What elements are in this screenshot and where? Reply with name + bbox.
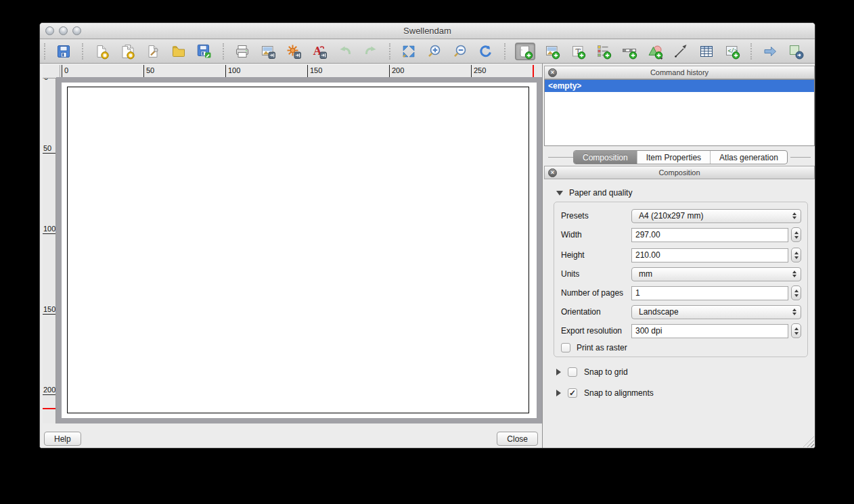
zoom-full-button[interactable]: [400, 43, 418, 60]
print-as-raster-checkbox[interactable]: [561, 343, 570, 352]
height-input[interactable]: [631, 248, 788, 262]
toolbar-separator: [82, 43, 83, 60]
add-legend-button[interactable]: [595, 43, 612, 60]
add-shape-icon: [647, 43, 663, 60]
duplicate-composition-button[interactable]: [118, 43, 136, 60]
command-history-list[interactable]: <empty>: [544, 79, 815, 146]
zoom-out-icon: [452, 43, 468, 60]
num-pages-input[interactable]: [631, 286, 788, 300]
tab-item-properties[interactable]: Item Properties: [637, 151, 710, 164]
undo-button[interactable]: [336, 43, 354, 60]
export-resolution-input[interactable]: [631, 324, 788, 338]
width-label: Width: [561, 230, 631, 239]
move-content-icon: [788, 43, 804, 60]
add-legend-icon: [595, 43, 612, 60]
tab-atlas-generation[interactable]: Atlas generation: [710, 151, 787, 164]
panel-tab-bar: Composition Item Properties Atlas genera…: [543, 150, 815, 164]
presets-select[interactable]: A4 (210x297 mm): [631, 209, 801, 223]
add-arrow-icon: [673, 43, 689, 60]
composition-panel-title: Composition: [545, 166, 814, 179]
expand-triangle-icon[interactable]: [556, 369, 561, 375]
print-button[interactable]: [233, 43, 251, 60]
height-label: Height: [561, 250, 631, 260]
paper-quality-section-header[interactable]: Paper and quality: [556, 188, 632, 198]
zoom-out-button[interactable]: [451, 43, 469, 60]
tab-line: [548, 157, 573, 158]
units-select[interactable]: mm: [631, 267, 801, 281]
printer-icon: [234, 43, 250, 60]
add-label-icon: T: [570, 43, 586, 60]
close-button[interactable]: Close: [497, 432, 538, 446]
section-label: Paper and quality: [569, 188, 632, 198]
height-stepper[interactable]: [791, 248, 801, 262]
v-tick: 100: [43, 225, 55, 234]
move-item-button[interactable]: [761, 43, 779, 60]
composition-canvas[interactable]: [56, 77, 542, 423]
h-tick: 150: [307, 65, 322, 78]
orientation-select[interactable]: Landscape: [631, 305, 801, 319]
save-as-template-button[interactable]: [196, 43, 213, 60]
save-project-button[interactable]: [55, 43, 72, 60]
vertical-ruler: 0 50 100 150 200: [43, 78, 56, 423]
add-attribute-table-button[interactable]: [698, 43, 715, 60]
composition-panel-content: Paper and quality Presets A4 (210x297 mm…: [543, 181, 815, 449]
add-scalebar-icon: [621, 43, 637, 60]
export-resolution-stepper[interactable]: [791, 323, 801, 338]
snap-to-alignments-checkbox[interactable]: ✓: [568, 388, 577, 398]
select-arrows-icon: [792, 268, 796, 281]
help-button[interactable]: Help: [44, 432, 81, 446]
add-map-icon: [517, 43, 533, 60]
close-panel-icon[interactable]: ×: [548, 68, 557, 77]
zoom-in-icon: [426, 43, 443, 60]
new-composition-button[interactable]: [93, 43, 110, 60]
toolbar-separator: [504, 43, 505, 60]
export-as-image-button[interactable]: [259, 43, 277, 60]
composer-manager-button[interactable]: [144, 43, 162, 60]
add-shape-button[interactable]: [646, 43, 664, 60]
toolbar-separator: [389, 43, 390, 60]
snap-to-grid-checkbox[interactable]: [568, 367, 577, 377]
title-bar[interactable]: Swellendam: [40, 23, 815, 39]
add-new-map-button[interactable]: [515, 43, 535, 60]
undo-icon: [337, 43, 353, 60]
h-tick: 200: [389, 65, 404, 78]
width-input[interactable]: [631, 228, 788, 242]
edit-nodes-button[interactable]: [813, 43, 815, 60]
v-tick: 0: [44, 78, 48, 81]
right-panel: × Command history <empty> Composition It…: [542, 64, 815, 449]
move-content-button[interactable]: [787, 43, 805, 60]
composer-window: Swellendam A T </>: [39, 22, 815, 449]
print-as-raster-label: Print as raster: [577, 343, 627, 352]
load-from-template-button[interactable]: [170, 43, 187, 60]
export-as-svg-button[interactable]: [285, 43, 302, 60]
command-history-header: × Command history: [544, 66, 815, 79]
expand-triangle-icon[interactable]: [556, 390, 561, 396]
width-stepper[interactable]: [791, 227, 801, 242]
paper-quality-group: Presets A4 (210x297 mm) Width Height: [554, 202, 808, 357]
num-pages-stepper[interactable]: [791, 285, 801, 300]
refresh-view-button[interactable]: [477, 43, 495, 60]
add-html-frame-button[interactable]: </>: [723, 43, 741, 60]
paper-page[interactable]: [67, 87, 529, 413]
toolbar: A T </> »: [40, 39, 815, 64]
add-scalebar-button[interactable]: [621, 43, 638, 60]
export-as-pdf-button[interactable]: A: [311, 43, 328, 60]
add-image-button[interactable]: [543, 43, 561, 60]
history-list-item[interactable]: <empty>: [545, 80, 814, 92]
close-panel-icon[interactable]: ×: [548, 168, 557, 177]
snap-to-grid-row: Snap to grid: [556, 367, 628, 377]
snap-to-alignments-label: Snap to alignments: [584, 388, 654, 398]
v-tick: 50: [43, 144, 55, 154]
horizontal-ruler: 0 50 100 150 200 250: [60, 65, 542, 78]
ruler-corner: [43, 65, 60, 78]
tab-composition[interactable]: Composition: [574, 151, 637, 164]
zoom-in-button[interactable]: [426, 43, 443, 60]
move-item-icon: [762, 43, 778, 60]
v-tick: 150: [43, 305, 55, 315]
add-image-icon: [544, 43, 560, 60]
add-arrow-button[interactable]: [672, 43, 690, 60]
redo-button[interactable]: [362, 43, 380, 60]
add-label-button[interactable]: T: [569, 43, 587, 60]
export-svg-icon: [286, 43, 302, 60]
zoom-full-icon: [401, 43, 417, 60]
